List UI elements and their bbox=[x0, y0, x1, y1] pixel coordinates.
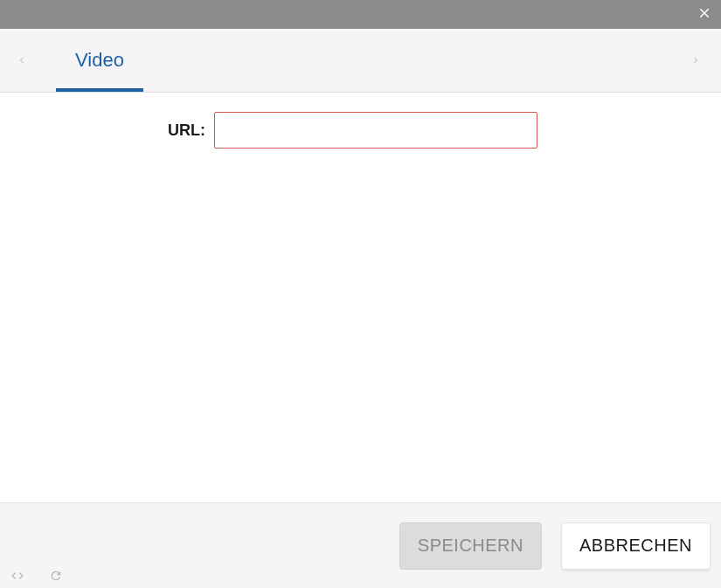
cancel-button[interactable]: ABBRECHEN bbox=[561, 522, 711, 570]
url-label: URL: bbox=[0, 121, 214, 140]
footer: SPEICHERN ABBRECHEN bbox=[0, 502, 721, 588]
close-icon[interactable] bbox=[697, 5, 712, 24]
cancel-button-label: ABBRECHEN bbox=[579, 536, 692, 556]
tab-bar: Video bbox=[0, 29, 721, 93]
save-button[interactable]: SPEICHERN bbox=[399, 522, 542, 570]
tab-video[interactable]: Video bbox=[56, 29, 143, 92]
modal-title-bar bbox=[0, 0, 721, 29]
content-area: URL: bbox=[0, 93, 721, 502]
chevron-right-icon[interactable] bbox=[686, 50, 705, 71]
refresh-icon[interactable] bbox=[49, 569, 63, 583]
code-icon[interactable] bbox=[10, 569, 24, 583]
save-button-label: SPEICHERN bbox=[418, 536, 523, 556]
url-input[interactable] bbox=[214, 112, 537, 149]
tab-label: Video bbox=[75, 49, 124, 72]
chevron-left-icon[interactable] bbox=[12, 50, 31, 71]
url-row: URL: bbox=[0, 112, 721, 149]
